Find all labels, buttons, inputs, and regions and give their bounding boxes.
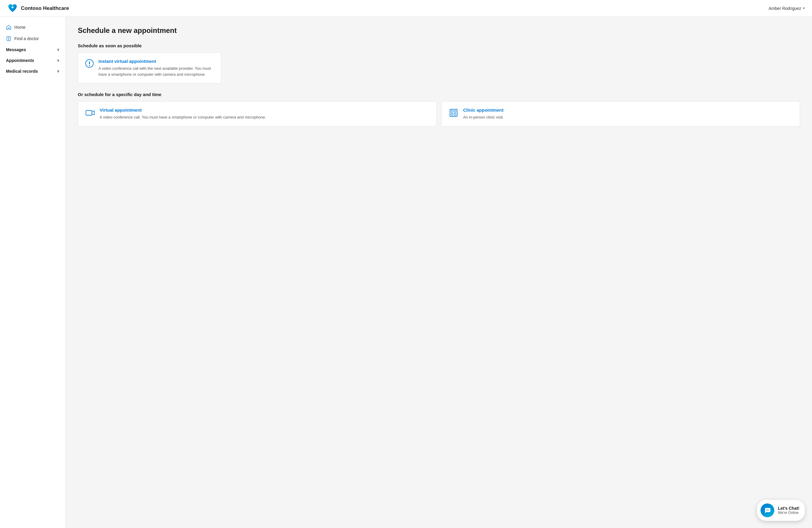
chat-widget[interactable]: Let's Chat! We're Online <box>757 500 805 521</box>
user-name: Amber Rodriguez <box>769 6 801 11</box>
section-specific: Or schedule for a specific day and time … <box>78 92 800 127</box>
instant-virtual-content: Instant virtual appointment A video conf… <box>99 59 214 77</box>
virtual-appointment-desc: A video conference call. You must have a… <box>100 114 266 120</box>
page-title: Schedule a new appointment <box>78 26 800 35</box>
sidebar-group-medical-records[interactable]: Medical records ∨ <box>0 66 66 77</box>
messages-chevron-icon: ∨ <box>57 47 60 52</box>
medical-records-chevron-icon: ∨ <box>57 69 60 73</box>
sidebar-messages-label: Messages <box>6 47 26 52</box>
asap-cards-row: Instant virtual appointment A video conf… <box>78 52 800 84</box>
sidebar-item-home[interactable]: Home <box>0 22 66 33</box>
instant-virtual-title: Instant virtual appointment <box>99 59 214 64</box>
virtual-appointment-title: Virtual appointment <box>100 108 266 113</box>
section-asap-title: Schedule as soon as possible <box>78 43 800 48</box>
sidebar-item-home-label: Home <box>14 25 60 30</box>
exclaim-icon <box>85 59 93 68</box>
home-icon <box>6 25 11 30</box>
section-specific-title: Or schedule for a specific day and time <box>78 92 800 97</box>
sidebar-group-messages[interactable]: Messages ∨ <box>0 44 66 55</box>
sidebar-group-appointments[interactable]: Appointments ∨ <box>0 55 66 66</box>
svg-rect-7 <box>89 61 90 65</box>
doctor-icon <box>6 36 11 41</box>
sidebar-appointments-label: Appointments <box>6 58 34 63</box>
section-asap: Schedule as soon as possible Instant vir… <box>78 43 800 84</box>
virtual-appointment-card[interactable]: Virtual appointment A video conference c… <box>78 101 436 127</box>
chat-icon <box>760 503 774 517</box>
sidebar: Home Find a doctor Messages ∨ Appointmen… <box>0 17 66 528</box>
svg-rect-14 <box>454 113 456 115</box>
chat-status: We're Online <box>778 511 799 515</box>
svg-rect-13 <box>451 113 453 115</box>
svg-point-8 <box>89 65 90 66</box>
main-content: Schedule a new appointment Schedule as s… <box>66 17 812 528</box>
sidebar-item-find-doctor[interactable]: Find a doctor <box>0 33 66 44</box>
app-header: Contoso Healthcare Amber Rodriguez ▾ <box>0 0 812 17</box>
svg-point-16 <box>767 510 768 510</box>
svg-point-5 <box>9 39 9 40</box>
svg-point-15 <box>766 510 767 510</box>
main-layout: Home Find a doctor Messages ∨ Appointmen… <box>0 17 812 528</box>
chat-text: Let's Chat! We're Online <box>778 506 799 515</box>
sidebar-item-find-doctor-label: Find a doctor <box>14 36 60 41</box>
logo-container: Contoso Healthcare <box>7 3 69 14</box>
instant-virtual-desc: A video conference call with the next av… <box>99 66 214 77</box>
clinic-appointment-title: Clinic appointment <box>463 108 504 113</box>
svg-rect-1 <box>12 6 13 9</box>
chat-title: Let's Chat! <box>778 506 799 511</box>
user-chevron-icon: ▾ <box>803 6 805 10</box>
svg-point-17 <box>768 510 769 510</box>
logo-icon <box>7 3 18 14</box>
specific-cards-row: Virtual appointment A video conference c… <box>78 101 800 127</box>
app-title: Contoso Healthcare <box>21 5 69 11</box>
video-icon <box>85 108 95 118</box>
svg-rect-11 <box>451 111 453 112</box>
sidebar-medical-records-label: Medical records <box>6 69 38 74</box>
instant-virtual-card[interactable]: Instant virtual appointment A video conf… <box>78 52 221 84</box>
clinic-appointment-desc: An in-person clinic visit. <box>463 114 504 120</box>
clinic-icon <box>449 108 458 118</box>
appointments-chevron-icon: ∨ <box>57 58 60 62</box>
clinic-appointment-card[interactable]: Clinic appointment An in-person clinic v… <box>441 101 800 127</box>
svg-rect-12 <box>454 111 456 112</box>
user-menu[interactable]: Amber Rodriguez ▾ <box>769 6 805 11</box>
clinic-appointment-content: Clinic appointment An in-person clinic v… <box>463 108 504 120</box>
svg-rect-9 <box>86 111 92 115</box>
virtual-appointment-content: Virtual appointment A video conference c… <box>100 108 266 120</box>
